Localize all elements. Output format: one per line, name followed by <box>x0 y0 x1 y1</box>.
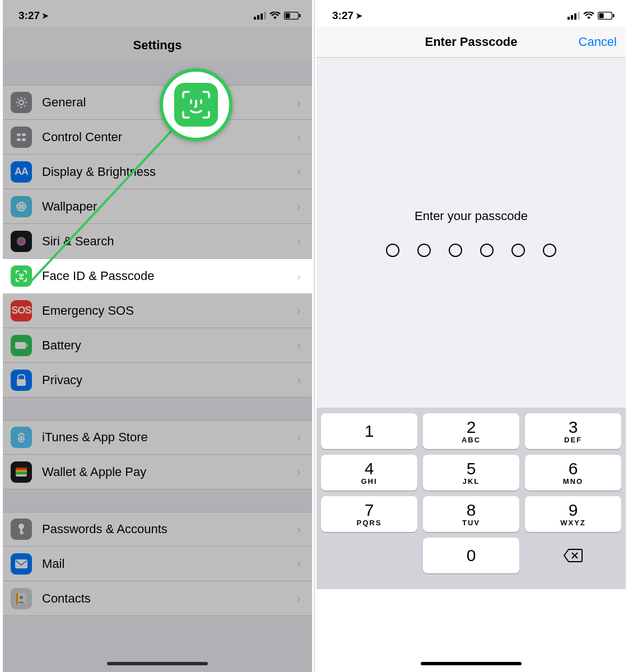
svg-point-25 <box>17 237 26 246</box>
chevron-right-icon: › <box>297 465 301 478</box>
settings-item-battery[interactable]: Battery› <box>3 328 312 363</box>
settings-item-display[interactable]: AADisplay & Brightness› <box>3 155 312 189</box>
chevron-right-icon: › <box>297 130 301 143</box>
settings-item-siri[interactable]: Siri & Search› <box>3 224 312 259</box>
settings-item-label: Passwords & Accounts <box>42 522 297 536</box>
settings-item-passwords[interactable]: Passwords & Accounts› <box>3 512 312 547</box>
svg-rect-37 <box>16 472 27 474</box>
status-time: 3:27 <box>332 10 353 22</box>
svg-rect-1 <box>257 15 259 20</box>
wifi-icon <box>269 12 281 20</box>
svg-point-7 <box>19 100 24 105</box>
settings-item-privacy[interactable]: Privacy› <box>3 363 312 398</box>
keypad-key-5[interactable]: 5JKL <box>423 455 519 491</box>
passcode-dot <box>543 244 556 257</box>
passcode-dots <box>386 244 556 257</box>
svg-line-12 <box>17 99 18 100</box>
status-bar: 3:27 ➤ <box>317 0 626 27</box>
settings-item-label: Privacy <box>42 373 297 388</box>
keypad-key-3[interactable]: 3DEF <box>525 413 621 449</box>
svg-rect-44 <box>16 593 18 604</box>
key-digit: 5 <box>467 460 476 477</box>
settings-item-faceid[interactable]: Face ID & Passcode› <box>3 259 312 293</box>
keypad-key-0[interactable]: 0 <box>423 538 519 573</box>
svg-rect-0 <box>254 17 256 20</box>
keypad-key-8[interactable]: 8TUV <box>423 496 519 532</box>
passcode-dot <box>480 244 494 257</box>
wifi-icon <box>583 12 594 20</box>
page-title: Settings <box>3 27 312 63</box>
svg-rect-41 <box>15 559 27 568</box>
status-time: 3:27 <box>18 10 40 22</box>
chevron-right-icon: › <box>297 374 301 386</box>
settings-item-wallet[interactable]: Wallet & Apple Pay› <box>3 455 312 489</box>
settings-item-control[interactable]: Control Center› <box>3 120 312 155</box>
key-letters: WXYZ <box>560 519 586 527</box>
svg-line-13 <box>24 105 25 106</box>
battery-icon <box>598 12 615 20</box>
key-letters: JKL <box>463 477 480 486</box>
settings-item-label: Contacts <box>42 591 297 606</box>
svg-rect-35 <box>16 468 27 470</box>
chevron-right-icon: › <box>297 431 301 444</box>
passcode-prompt: Enter your passcode <box>415 209 528 223</box>
key-letters: TUV <box>462 519 480 527</box>
settings-item-itunes[interactable]: iTunes & App Store› <box>3 420 312 455</box>
key-digit: 0 <box>467 547 476 564</box>
settings-item-label: Wallet & Apple Pay <box>42 465 297 479</box>
itunes-icon <box>11 427 32 448</box>
home-indicator[interactable] <box>107 662 208 665</box>
key-letters: GHI <box>361 477 377 486</box>
key-digit: 4 <box>365 460 374 477</box>
number-keypad: 12ABC3DEF4GHI5JKL6MNO7PQRS8TUV9WXYZ0 <box>317 408 626 589</box>
keypad-key-7[interactable]: 7PQRS <box>321 496 417 532</box>
key-digit: 2 <box>467 419 476 436</box>
passcode-dot <box>511 244 525 257</box>
keypad-delete[interactable] <box>525 538 621 573</box>
svg-rect-16 <box>17 133 21 136</box>
settings-item-label: Display & Brightness <box>42 165 297 179</box>
settings-screen: 3:27 ➤ Settings General›Control Center›A… <box>3 0 312 672</box>
cell-signal-icon <box>254 12 266 20</box>
key-digit: 1 <box>365 423 374 440</box>
battery-icon <box>284 12 301 20</box>
key-letters: DEF <box>564 436 582 444</box>
siri-icon <box>11 231 32 252</box>
chevron-right-icon: › <box>297 235 301 248</box>
display-icon: AA <box>11 161 32 183</box>
chevron-right-icon: › <box>297 523 301 536</box>
settings-item-mail[interactable]: Mail› <box>3 547 312 581</box>
settings-item-contacts[interactable]: Contacts› <box>3 581 312 616</box>
cell-signal-icon <box>567 12 580 20</box>
settings-item-wallpaper[interactable]: Wallpaper› <box>3 189 312 224</box>
home-indicator[interactable] <box>421 662 522 665</box>
svg-point-43 <box>20 596 23 599</box>
keypad-key-2[interactable]: 2ABC <box>423 413 519 449</box>
control-icon <box>11 127 32 148</box>
keypad-key-1[interactable]: 1 <box>321 413 417 449</box>
settings-item-sos[interactable]: SOSEmergency SOS› <box>3 293 312 328</box>
keypad-key-9[interactable]: 9WXYZ <box>525 496 621 532</box>
passcode-dot <box>449 244 462 257</box>
chevron-right-icon: › <box>297 200 301 213</box>
faceid-icon <box>11 265 32 287</box>
svg-rect-19 <box>22 138 26 141</box>
svg-rect-5 <box>286 13 290 18</box>
svg-point-38 <box>18 524 24 529</box>
key-digit: 9 <box>569 502 578 519</box>
settings-item-general[interactable]: General› <box>3 85 312 120</box>
keypad-key-4[interactable]: 4GHI <box>321 455 417 491</box>
svg-rect-2 <box>260 13 263 20</box>
chevron-right-icon: › <box>297 96 301 109</box>
svg-rect-53 <box>578 12 580 20</box>
chevron-right-icon: › <box>297 270 301 283</box>
privacy-icon <box>11 370 32 391</box>
svg-rect-52 <box>574 13 576 20</box>
svg-rect-28 <box>15 342 26 349</box>
keypad-key-6[interactable]: 6MNO <box>525 455 621 491</box>
key-digit: 3 <box>569 419 578 436</box>
svg-rect-51 <box>571 15 573 20</box>
chevron-right-icon: › <box>297 592 301 605</box>
cancel-button[interactable]: Cancel <box>579 27 617 57</box>
passcode-dot <box>417 244 431 257</box>
